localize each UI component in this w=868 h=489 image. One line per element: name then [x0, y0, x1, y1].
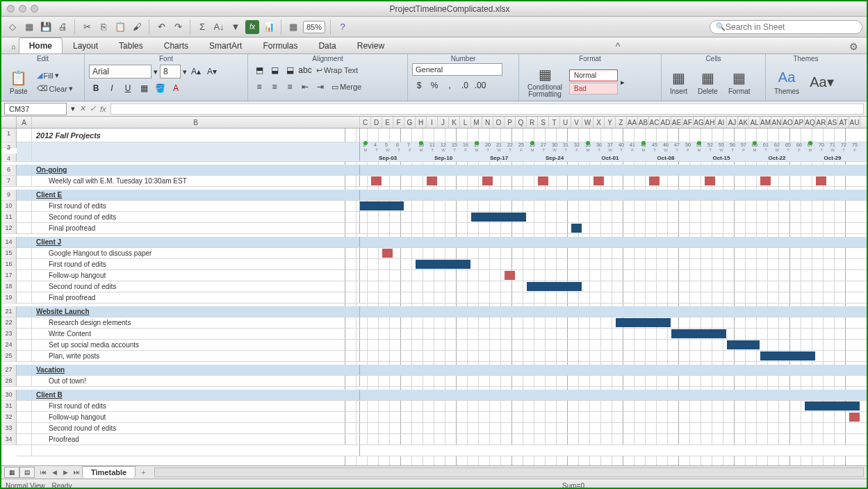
- sheet-row[interactable]: Final proofread: [17, 292, 867, 304]
- row-header[interactable]: 16: [1, 259, 17, 270]
- sheet-row[interactable]: [17, 445, 867, 456]
- row-header[interactable]: 12: [1, 223, 17, 234]
- row-header[interactable]: 32: [1, 412, 17, 423]
- zoom-selector[interactable]: 85%: [303, 21, 325, 33]
- accept-icon[interactable]: ✓: [90, 104, 96, 113]
- search-box[interactable]: 🔍: [710, 20, 862, 34]
- sheet-row[interactable]: 2012 Fall Projects: [17, 129, 867, 142]
- wrap-text-button[interactable]: ↩Wrap Text: [313, 63, 361, 77]
- col-header[interactable]: N: [482, 117, 493, 128]
- row-header[interactable]: 28: [1, 376, 17, 387]
- increase-decimal-button[interactable]: .00: [473, 78, 487, 92]
- col-header[interactable]: I: [427, 117, 438, 128]
- format-painter-icon[interactable]: 🖌: [130, 20, 144, 34]
- underline-button[interactable]: U: [121, 81, 135, 95]
- col-header[interactable]: AH: [705, 117, 716, 128]
- sheet-row[interactable]: First round of edits: [17, 201, 867, 212]
- sheet-row[interactable]: Write Content: [17, 329, 867, 340]
- spreadsheet[interactable]: A B CDEFGHIJKLMNOPQRSTUVWXYZAAABACADAEAF…: [1, 117, 867, 465]
- sheet-row[interactable]: Website Launch: [17, 306, 867, 317]
- row-header[interactable]: 23: [1, 329, 17, 340]
- align-top-button[interactable]: ⬒: [252, 63, 266, 77]
- sheet-row[interactable]: Plan, write posts: [17, 351, 867, 362]
- col-header[interactable]: O: [493, 117, 505, 128]
- page-layout-view-button[interactable]: ▤: [19, 467, 35, 478]
- fx-icon[interactable]: fx: [100, 105, 106, 113]
- first-sheet-button[interactable]: ⏮: [38, 467, 49, 478]
- name-box[interactable]: CM37: [4, 103, 67, 115]
- formula-input[interactable]: [110, 103, 864, 115]
- format-button[interactable]: ▦Format: [724, 68, 755, 97]
- col-header[interactable]: AB: [638, 117, 649, 128]
- col-header[interactable]: E: [382, 117, 393, 128]
- col-header[interactable]: AJ: [727, 117, 738, 128]
- help-icon[interactable]: ?: [336, 20, 350, 34]
- col-header[interactable]: V: [571, 117, 582, 128]
- cancel-icon[interactable]: ✕: [79, 104, 85, 113]
- add-sheet-button[interactable]: +: [136, 467, 151, 478]
- bold-button[interactable]: B: [89, 81, 103, 95]
- col-header[interactable]: AT: [838, 117, 849, 128]
- row-header[interactable]: 6: [1, 165, 17, 176]
- normal-view-button[interactable]: ▦: [4, 467, 19, 478]
- grow-font-button[interactable]: A▴: [189, 65, 203, 78]
- last-sheet-button[interactable]: ⏭: [71, 467, 82, 478]
- home-icon[interactable]: ⌂: [8, 40, 19, 53]
- col-header[interactable]: AK: [738, 117, 749, 128]
- gear-icon[interactable]: ⚙: [848, 40, 860, 53]
- open-icon[interactable]: ▦: [22, 20, 36, 34]
- tab-review[interactable]: Review: [347, 38, 395, 53]
- row-header[interactable]: 10: [1, 201, 17, 212]
- col-header[interactable]: AM: [760, 117, 771, 128]
- align-bottom-button[interactable]: ⬓: [283, 63, 297, 77]
- comma-button[interactable]: ,: [443, 78, 457, 92]
- sheet-row[interactable]: First round of edits: [17, 259, 867, 270]
- sheet-tab[interactable]: Timetable: [82, 466, 136, 478]
- col-header[interactable]: AS: [827, 117, 838, 128]
- row-header[interactable]: 27: [1, 365, 17, 376]
- sheet-row[interactable]: Follow-up hangout: [17, 270, 867, 281]
- col-header[interactable]: AU: [849, 117, 860, 128]
- row-header[interactable]: 3: [1, 142, 17, 148]
- col-header[interactable]: C: [360, 117, 371, 128]
- fill-color-button[interactable]: 🪣: [153, 81, 167, 95]
- currency-button[interactable]: $: [412, 78, 426, 92]
- col-header[interactable]: AE: [671, 117, 682, 128]
- sheet-row[interactable]: Research design elements: [17, 317, 867, 329]
- fill-button[interactable]: ◢Fill▾: [34, 69, 76, 81]
- copy-icon[interactable]: ⎘: [97, 20, 110, 34]
- col-header[interactable]: AN: [771, 117, 783, 128]
- sheet-row[interactable]: Final proofread: [17, 223, 867, 234]
- sheet-row[interactable]: On-going: [17, 165, 867, 176]
- filter-icon[interactable]: ▼: [229, 20, 243, 34]
- tab-smartart[interactable]: SmartArt: [199, 38, 252, 53]
- redo-icon[interactable]: ↷: [171, 20, 185, 34]
- row-header[interactable]: 11: [1, 212, 17, 223]
- col-header[interactable]: J: [438, 117, 449, 128]
- merge-button[interactable]: ▭Merge: [329, 80, 364, 94]
- col-header[interactable]: AO: [783, 117, 794, 128]
- chart-icon[interactable]: 📊: [262, 20, 276, 34]
- col-header[interactable]: X: [593, 117, 605, 128]
- horizontal-scrollbar[interactable]: [154, 467, 864, 477]
- print-icon[interactable]: 🖨: [56, 20, 69, 34]
- font-size-selector[interactable]: 8: [160, 65, 181, 78]
- undo-icon[interactable]: ↶: [154, 20, 168, 34]
- style-bad[interactable]: Bad: [569, 83, 618, 94]
- sheet-row[interactable]: Follow-up hangout: [17, 412, 867, 423]
- tab-layout[interactable]: Layout: [63, 38, 108, 53]
- style-normal[interactable]: Normal: [569, 69, 618, 81]
- col-header[interactable]: T: [549, 117, 560, 128]
- col-header[interactable]: AA: [627, 117, 638, 128]
- row-header[interactable]: 30: [1, 390, 17, 401]
- insert-button[interactable]: ▦Insert: [666, 68, 691, 97]
- themes-button[interactable]: AaThemes: [770, 68, 803, 97]
- row-header[interactable]: 1: [1, 129, 17, 142]
- save-icon[interactable]: 💾: [39, 20, 53, 34]
- shrink-font-button[interactable]: A▾: [205, 65, 219, 78]
- font-name-selector[interactable]: Arial: [89, 65, 152, 78]
- row-header[interactable]: 9: [1, 190, 17, 201]
- row-header[interactable]: 25: [1, 351, 17, 362]
- sheet-row[interactable]: Second round of edits: [17, 212, 867, 223]
- col-header[interactable]: G: [404, 117, 416, 128]
